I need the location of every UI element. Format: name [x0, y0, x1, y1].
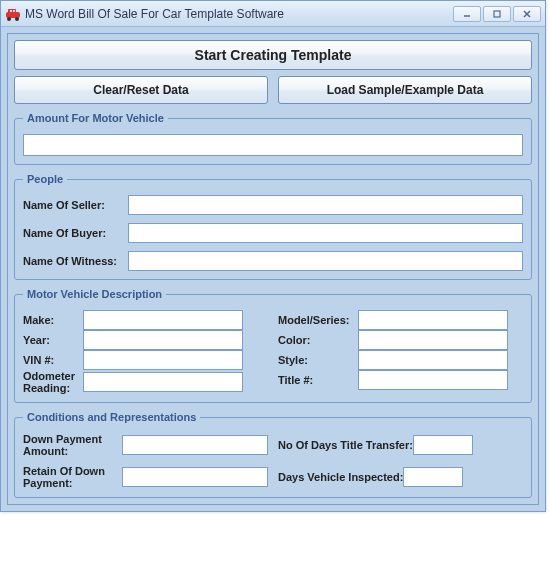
make-input[interactable]: [83, 310, 243, 330]
client-area: Start Creating Template Clear/Reset Data…: [1, 27, 545, 511]
secondary-buttons: Clear/Reset Data Load Sample/Example Dat…: [14, 76, 532, 104]
down-payment-label: Down Payment Amount:: [23, 433, 122, 457]
make-label: Make:: [23, 314, 83, 326]
minimize-button[interactable]: [453, 6, 481, 22]
vin-label: VIN #:: [23, 354, 83, 366]
vin-input[interactable]: [83, 350, 243, 370]
svg-point-2: [7, 17, 11, 21]
conditions-legend: Conditions and Representations: [23, 411, 200, 423]
svg-rect-5: [13, 10, 15, 12]
buyer-label: Name Of Buyer:: [23, 227, 128, 239]
days-title-label: No Of Days Title Transfer:: [278, 439, 413, 451]
maximize-button[interactable]: [483, 6, 511, 22]
vehicle-legend: Motor Vehicle Description: [23, 288, 166, 300]
year-input[interactable]: [83, 330, 243, 350]
model-input[interactable]: [358, 310, 508, 330]
days-inspected-label: Days Vehicle Inspected:: [278, 471, 403, 483]
model-label: Model/Series:: [278, 314, 358, 326]
people-group: People Name Of Seller: Name Of Buyer: Na…: [14, 173, 532, 280]
amount-legend: Amount For Motor Vehicle: [23, 112, 168, 124]
window-controls: [453, 6, 541, 22]
people-legend: People: [23, 173, 67, 185]
titlebar: MS Word Bill Of Sale For Car Template So…: [1, 1, 545, 27]
conditions-group: Conditions and Representations Down Paym…: [14, 411, 532, 498]
vehicle-group: Motor Vehicle Description Make: Model/Se…: [14, 288, 532, 403]
style-label: Style:: [278, 354, 358, 366]
down-payment-input[interactable]: [122, 435, 268, 455]
titlenum-input[interactable]: [358, 370, 508, 390]
app-window: MS Word Bill Of Sale For Car Template So…: [0, 0, 546, 512]
load-sample-button[interactable]: Load Sample/Example Data: [278, 76, 532, 104]
app-icon: [5, 6, 21, 22]
color-label: Color:: [278, 334, 358, 346]
color-input[interactable]: [358, 330, 508, 350]
days-inspected-input[interactable]: [403, 467, 463, 487]
clear-reset-button[interactable]: Clear/Reset Data: [14, 76, 268, 104]
retain-input[interactable]: [122, 467, 268, 487]
svg-rect-4: [10, 10, 12, 12]
year-label: Year:: [23, 334, 83, 346]
witness-input[interactable]: [128, 251, 523, 271]
odometer-label: Odometer Reading:: [23, 370, 83, 394]
odometer-input[interactable]: [83, 372, 243, 392]
close-button[interactable]: [513, 6, 541, 22]
style-input[interactable]: [358, 350, 508, 370]
svg-point-3: [15, 17, 19, 21]
window-title: MS Word Bill Of Sale For Car Template So…: [25, 7, 453, 21]
days-title-input[interactable]: [413, 435, 473, 455]
amount-group: Amount For Motor Vehicle: [14, 112, 532, 165]
retain-label: Retain Of Down Payment:: [23, 465, 122, 489]
amount-input[interactable]: [23, 134, 523, 156]
main-panel: Start Creating Template Clear/Reset Data…: [7, 33, 539, 505]
seller-input[interactable]: [128, 195, 523, 215]
buyer-input[interactable]: [128, 223, 523, 243]
titlenum-label: Title #:: [278, 374, 358, 386]
start-creating-button[interactable]: Start Creating Template: [14, 40, 532, 70]
witness-label: Name Of Witness:: [23, 255, 128, 267]
svg-rect-7: [494, 11, 500, 17]
seller-label: Name Of Seller:: [23, 199, 128, 211]
